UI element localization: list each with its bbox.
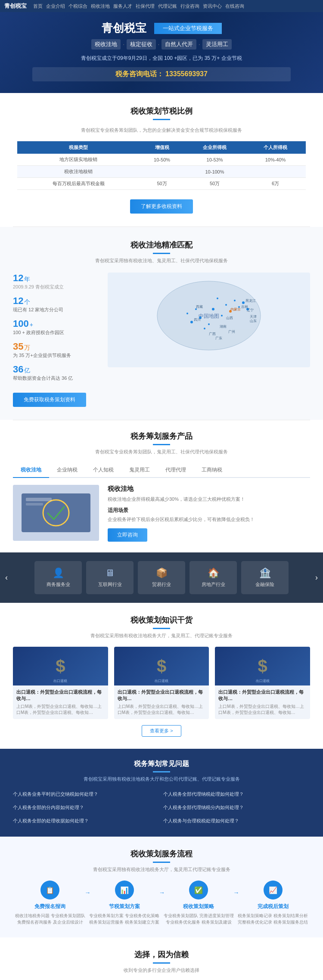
stat-num-3: 35 xyxy=(13,341,23,352)
know-card-desc-2: 上口M表，外贸型企业出口退税、每收知…上口M表，外贸型企业出口退税、每收知… xyxy=(218,704,307,716)
table-cell: 50万 xyxy=(140,178,184,190)
table-cell: 10-53% xyxy=(184,154,245,166)
service-section: 税务筹划服务产品 青创税宝专业税务筹划团队，鬼灵用工、社保代理代地保税服务 税收… xyxy=(0,420,323,552)
tab-item-2[interactable]: 个人知税 xyxy=(85,463,121,478)
hero-phone[interactable]: 13355693937 xyxy=(165,70,208,78)
table-cell: 地方区级实地核销 xyxy=(17,154,140,166)
table-cell: 10-50% xyxy=(140,154,184,166)
know-card-img-1: $ 出口退税 xyxy=(114,647,209,685)
phone-label: 税务咨询电话： xyxy=(115,70,164,78)
navigation: 青创税宝 首页 企业介绍 个税综合 税收洼地 服务人才 社保代理 代理记账 行业… xyxy=(0,0,323,12)
faq-grid: 个人税务业务平时的已交纳税如何处理？ 个人税务全部代理纳税处理如何处理？ 个人税… xyxy=(13,789,310,826)
stat-item-0: 12 年 2009.9.29 青创税宝成立 xyxy=(13,273,99,290)
svg-rect-34 xyxy=(26,503,43,506)
hero-tag-0: 税收洼地 xyxy=(91,39,121,50)
svg-text:辽宁: 辽宁 xyxy=(247,308,254,312)
nav-item-news[interactable]: 资讯中心 xyxy=(203,3,222,9)
china-map-svg: 中国地图 黑龙江 吉林 辽宁 xyxy=(144,273,273,367)
tab-item-5[interactable]: 工商纳税 xyxy=(194,463,230,478)
prev-arrow[interactable]: ‹ xyxy=(0,573,13,582)
nav-item-home[interactable]: 首页 xyxy=(33,3,43,9)
trust-sub: 收到专业的多行业企业用户信赖选择 xyxy=(13,967,310,974)
table-cell: 10-100% xyxy=(184,166,245,178)
tab-item-0[interactable]: 税收洼地 xyxy=(13,463,49,478)
hero-phone-bar: 税务咨询电话： 13355693937 xyxy=(32,67,291,81)
know-card-1[interactable]: $ 出口退税 出口退税：外贸型企业出口退税流程，每收与… 上口M表，外贸型企业出… xyxy=(114,647,209,719)
faq-item-3[interactable]: 个人税务全部代理纳税分内如何处理？ xyxy=(163,803,310,813)
service-img-svg xyxy=(13,485,99,541)
ind-icon-4: 🏦 xyxy=(245,568,285,579)
nav-item-tax[interactable]: 个税综合 xyxy=(68,3,87,9)
table-cell: 税收洼地核销 xyxy=(17,166,140,178)
know-card-0[interactable]: $ 出口退税 出口退税：外贸型企业出口退税流程，每收与… 上口M表，外贸型企业出… xyxy=(13,647,108,719)
download-button[interactable]: 了解更多收税资料 xyxy=(130,199,193,214)
nav-item-social[interactable]: 社保代理 xyxy=(136,3,155,9)
tax-table-section: 税收策划节税比例 青创税宝专业税务筹划团队，为您的企业解决资金安全合规节税涉税保… xyxy=(0,93,323,226)
trust-section: 选择，因为信赖 收到专业的多行业企业用户信赖选择 全选 Durai.Com 华流… xyxy=(0,937,323,980)
know-card-desc-0: 上口M表，外贸型企业出口退税、每收知…上口M表，外贸型企业出口退税、每收知… xyxy=(16,704,105,716)
ind-item-3[interactable]: 🏠 房地产行业 xyxy=(189,561,237,594)
ind-item-4[interactable]: 🏦 金融保险 xyxy=(241,561,289,594)
process-icon-0: 📋 xyxy=(40,881,59,899)
ind-icon-2: 📦 xyxy=(141,568,182,579)
tab-item-3[interactable]: 鬼灵用工 xyxy=(121,463,158,478)
know-card-title-0: 出口退税：外贸型企业出口退税流程，每收与… xyxy=(16,689,105,702)
stat-num-0: 12 xyxy=(13,273,23,284)
table-cell xyxy=(140,166,184,178)
nav-item-about[interactable]: 企业介绍 xyxy=(46,3,65,9)
know-card-2[interactable]: $ 出口退税 出口退税：外贸型企业出口退税流程，每收与… 上口M表，外贸型企业出… xyxy=(215,647,310,719)
stat-num-1: 12 xyxy=(13,295,23,307)
process-desc-1: 专业税务筹划方案 专业税务优化策略 税务策划运营服务 税务策划建立方案 xyxy=(87,912,162,925)
tab-item-4[interactable]: 代理代理 xyxy=(158,463,194,478)
service-consult-btn[interactable]: 立即咨询 xyxy=(108,528,147,542)
map-title-line xyxy=(153,253,170,254)
svg-text:广州: 广州 xyxy=(228,330,235,334)
ind-item-0[interactable]: 👤 商务服务业 xyxy=(34,561,82,594)
stat-desc-2: 100 + 政府授权合作园区 xyxy=(13,329,99,336)
faq-item-2[interactable]: 个人税务全部的分内容如何处理？ xyxy=(13,803,160,813)
process-label-0: 免费报名报询 xyxy=(13,903,87,910)
nav-item-zone[interactable]: 税收洼地 xyxy=(91,3,110,9)
hero-desc: 青创税宝成立于09年9月29日，全国 100 +园区，已为 35 万+ 企业节税 xyxy=(0,55,323,62)
svg-point-16 xyxy=(204,328,205,329)
process-icon-3: 📈 xyxy=(264,881,283,899)
svg-point-5 xyxy=(234,300,236,301)
faq-item-0[interactable]: 个人税务业务平时的已交纳税如何处理？ xyxy=(13,789,160,799)
stat-unit-2: + xyxy=(30,321,33,328)
know-card-body-0: 出口退税：外贸型企业出口退税流程，每收与… 上口M表，外贸型企业出口退税、每收知… xyxy=(13,685,108,719)
know-card-body-2: 出口退税：外贸型企业出口退税流程，每收与… 上口M表，外贸型企业出口退税、每收知… xyxy=(215,685,310,719)
svg-point-7 xyxy=(225,304,227,306)
faq-item-5[interactable]: 个人税务与合理税税处理如何处理？ xyxy=(163,816,310,826)
ind-item-1[interactable]: 🖥 互联网行业 xyxy=(86,561,134,594)
more-button[interactable]: 查看更多 > xyxy=(142,725,181,737)
service-title-line xyxy=(153,444,170,445)
service-active-title: 税收洼地 xyxy=(108,485,310,493)
faq-item-1[interactable]: 个人税务全部代理纳税处理如何处理？ xyxy=(163,789,310,799)
stat-desc-1: 现已有 12 家地方分公司 xyxy=(13,307,99,313)
svg-text:内蒙古: 内蒙古 xyxy=(230,307,241,311)
faq-item-4[interactable]: 个人税务全部的处理收据如何处理？ xyxy=(13,816,160,826)
process-label-3: 完成税后策划 xyxy=(236,903,311,910)
nav-item-bookkeeping[interactable]: 代理记账 xyxy=(158,3,177,9)
knowledge-title-line xyxy=(153,628,170,629)
know-card-overlay-2: 出口退税 xyxy=(217,679,308,683)
tax-table-sub: 青创税宝专业税务筹划团队，为您的企业解决资金安全合规节税涉税保税服务 xyxy=(17,127,306,133)
map-btn[interactable]: 免费获取税务策划资料 xyxy=(13,393,86,407)
tab-item-1[interactable]: 企业纳税 xyxy=(49,463,85,478)
next-arrow[interactable]: › xyxy=(310,573,323,582)
svg-text:四川: 四川 xyxy=(194,318,201,322)
stat-desc-3: 为 35 万+企业提供节税服务 xyxy=(13,352,99,359)
nav-item-hr[interactable]: 服务人才 xyxy=(113,3,132,9)
service-tabs: 税收洼地 企业纳税 个人知税 鬼灵用工 代理代理 工商纳税 xyxy=(13,463,310,478)
know-card-body-1: 出口退税：外贸型企业出口退税流程，每收与… 上口M表，外贸型企业出口退税、每收知… xyxy=(114,685,209,719)
svg-point-14 xyxy=(186,313,188,314)
ind-item-2[interactable]: 📦 贸易行业 xyxy=(138,561,185,594)
knowledge-section: 税收策划知识干货 青创税宝采用独有税收洼地税务大厅，鬼灵用工、代理记账专业服务 … xyxy=(0,603,323,749)
nav-item-industry[interactable]: 行业咨询 xyxy=(180,3,199,9)
know-card-title-2: 出口退税：外贸型企业出口退税流程，每收与… xyxy=(218,689,307,702)
stat-unit-0: 年 xyxy=(24,276,30,283)
dollar-icon-2: $ xyxy=(258,657,267,676)
process-label-2: 税收策划策略 xyxy=(162,903,236,910)
nav-item-consult[interactable]: 在线咨询 xyxy=(225,3,244,9)
hero-tags: 税收洼地 · 核定征收 · 自然人代开 · 灵活用工 xyxy=(0,39,323,50)
